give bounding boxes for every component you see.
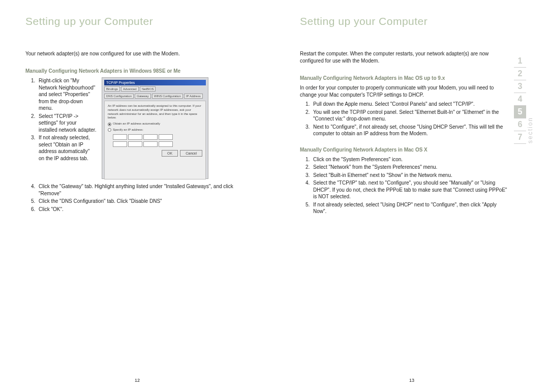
subheading-macos9: Manually Configuring Network Adapters in…	[300, 75, 508, 81]
ip-box	[159, 134, 173, 140]
ip-box	[159, 141, 173, 147]
dialog-body-text: An IP address can be automatically assig…	[108, 104, 202, 120]
ip-box	[128, 141, 142, 147]
section-nav-item-4: 4	[514, 93, 526, 106]
radio-icon	[108, 123, 111, 126]
dialog-tab: Bindings	[104, 86, 120, 92]
dialog-body: An IP address can be automatically assig…	[104, 101, 206, 179]
section-nav-item-2: 2	[514, 68, 526, 80]
right-page: Setting up your Computer Restart the com…	[274, 0, 549, 392]
ok-button: OK	[162, 150, 178, 157]
ip-box	[143, 141, 158, 147]
step-item: Select "TCP/IP -> settings" for your ins…	[37, 113, 97, 134]
dialog-tab: DNS Configuration	[104, 94, 134, 99]
subnet-fields	[113, 141, 202, 147]
section-macosx: Manually Configuring Network Adapters in…	[300, 146, 508, 215]
page-number-left: 12	[135, 378, 140, 383]
step-item: Click on the "System Preferences" icon.	[311, 156, 508, 163]
step-item: Next to "Configure", if not already set,…	[311, 124, 508, 137]
steps-win98-a: Right-click on "My Network Neighbourhood…	[37, 77, 97, 162]
section-win98: Manually Configuring Network Adapters in…	[25, 68, 249, 213]
subheading-win98: Manually Configuring Network Adapters in…	[25, 68, 249, 74]
section-nav-item-3: 3	[514, 80, 526, 93]
step-item: Click the "Gateway" tab. Highlight anyth…	[37, 183, 249, 197]
steps-macosx: Click on the "System Preferences" icon. …	[311, 156, 508, 215]
tcpip-dialog-screenshot: TCP/IP Properties Bindings Advanced NetB…	[102, 77, 208, 179]
step-item: Right-click on "My Network Neighbourhood…	[37, 77, 97, 112]
step-item: If not already selected, select "Using D…	[311, 201, 508, 215]
ip-address-fields	[113, 134, 202, 140]
step-item: Select "Network" from the "System Prefer…	[311, 164, 508, 171]
section-nav-item-5: 5	[514, 106, 526, 118]
steps-macos9: Pull down the Apple menu. Select "Contro…	[311, 101, 508, 137]
page-number-right: 13	[409, 378, 414, 383]
intro-text-left: Your network adapter(s) are now configur…	[25, 50, 249, 57]
dialog-tab: IP Address	[184, 94, 203, 99]
dialog-tab: Gateway	[135, 94, 151, 99]
left-page: Setting up your Computer Your network ad…	[0, 0, 274, 392]
cancel-button: Cancel	[180, 150, 202, 157]
section-nav-item-1: 1	[514, 55, 526, 68]
dialog-tab: WINS Configuration	[152, 94, 183, 99]
section-intro-macos9: In order for your computer to properly c…	[300, 84, 508, 99]
step-item: Click "OK".	[37, 206, 249, 213]
radio-label: Obtain an IP address automatically	[113, 122, 160, 126]
intro-text-right: Restart the computer. When the computer …	[300, 50, 508, 65]
dialog-tab: NetBIOS	[140, 86, 156, 92]
step-item: Click the "DNS Configuration" tab. Click…	[37, 198, 249, 205]
radio-icon	[108, 128, 111, 132]
radio-label: Specify an IP address:	[113, 128, 143, 132]
dialog-title: TCP/IP Properties	[104, 80, 206, 85]
radio-obtain-auto: Obtain an IP address automatically	[108, 122, 202, 126]
ip-box	[113, 134, 127, 140]
section-macos9: Manually Configuring Network Adapters in…	[300, 75, 508, 137]
ip-box	[143, 134, 158, 140]
step-item: Pull down the Apple menu. Select "Contro…	[311, 101, 508, 108]
step-item: Select the "TCP/IP" tab. next to "Config…	[311, 179, 508, 200]
page-heading-right: Setting up your Computer	[300, 15, 508, 27]
section-label: section	[527, 117, 534, 143]
radio-specify: Specify an IP address:	[108, 128, 202, 132]
step-item: Select "Built-in Ethernet" next to "Show…	[311, 172, 508, 179]
dialog-tab: Advanced	[121, 86, 139, 92]
step-item: If not already selected, select "Obtain …	[37, 134, 97, 162]
steps-win98-b: Click the "Gateway" tab. Highlight anyth…	[37, 183, 249, 213]
subheading-macosx: Manually Configuring Network Adapters in…	[300, 146, 508, 153]
step-item: You will see the TCP/IP control panel. S…	[311, 109, 508, 123]
section-nav-item-7: 7	[514, 131, 526, 144]
ip-box	[113, 141, 127, 147]
page-heading-left: Setting up your Computer	[25, 15, 249, 27]
ip-box	[128, 134, 142, 140]
section-nav-item-6: 6	[514, 118, 526, 131]
section-nav: 1 2 3 4 5 6 7	[514, 55, 526, 144]
